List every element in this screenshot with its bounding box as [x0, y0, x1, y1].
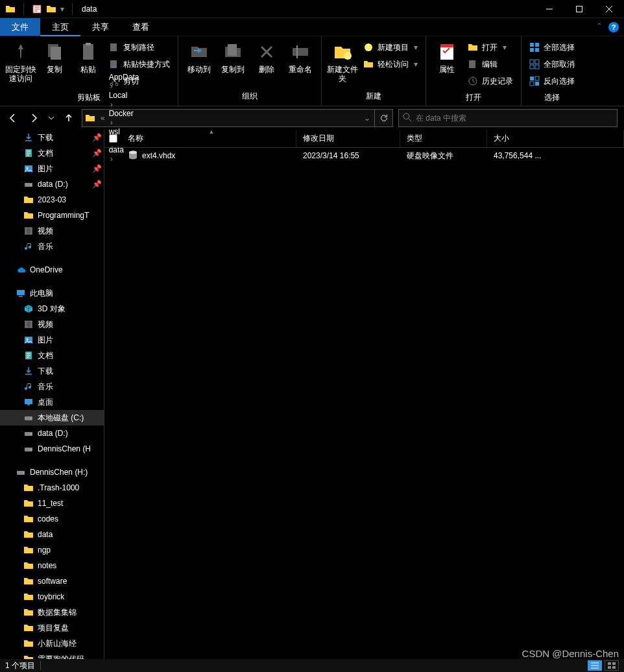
select-none-button[interactable]: 全部取消 [529, 57, 575, 71]
sidebar-item[interactable]: notes [0, 558, 104, 573]
refresh-button[interactable] [374, 110, 392, 126]
sidebar-item[interactable]: 图片 [0, 332, 104, 348]
properties-button[interactable]: 属性 [430, 38, 464, 74]
navigation-pane[interactable]: 下载📌文档📌图片📌data (D:)📌2023-03ProgrammingT视频… [0, 130, 104, 659]
svg-rect-19 [535, 43, 539, 47]
sidebar-item[interactable]: 本地磁盘 (C:) [0, 410, 104, 426]
tab-file[interactable]: 文件 [0, 18, 40, 36]
invert-selection-button[interactable]: 反向选择 [529, 74, 575, 88]
open-button[interactable]: 打开▾ [468, 40, 513, 54]
sidebar-item[interactable]: 需要跑的代码 [0, 651, 104, 659]
collapse-ribbon-icon[interactable]: ˆ [598, 23, 601, 32]
copy-button[interactable]: 复制 [38, 38, 71, 74]
sidebar-item[interactable]: 文档📌 [0, 145, 104, 161]
column-date[interactable]: 修改日期 [296, 130, 400, 147]
qat-dropdown-icon[interactable]: ▾ [60, 5, 64, 14]
chevron-right-icon[interactable]: › [108, 100, 115, 109]
column-name[interactable]: 名称▲ [121, 130, 296, 147]
paste-shortcut-button[interactable]: 粘贴快捷方式 [109, 57, 170, 71]
chevron-left-icon[interactable]: « [98, 114, 108, 123]
folder-icon[interactable] [5, 4, 16, 14]
back-button[interactable] [5, 110, 21, 126]
paste-button[interactable]: 粘贴 [71, 38, 105, 74]
file-size: 43,756,544 ... [487, 151, 624, 160]
sidebar-item[interactable]: data (D:) [0, 426, 104, 441]
sidebar-item[interactable]: DennisChen (H:) [0, 464, 104, 480]
history-button[interactable]: 历史记录 [468, 74, 513, 88]
search-box[interactable] [398, 109, 618, 127]
new-item-button[interactable]: 新建项目▾ [363, 40, 418, 54]
icons-view-button[interactable] [605, 660, 619, 671]
pin-to-quick-access-button[interactable]: 固定到快速访问 [4, 38, 38, 83]
folder-icon [23, 545, 34, 555]
breadcrumb[interactable]: Local [108, 91, 141, 100]
details-view-button[interactable] [588, 660, 602, 671]
sidebar-item[interactable]: DennisChen (H [0, 441, 104, 457]
table-row[interactable]: ext4.vhdx 2023/3/14 16:55 硬盘映像文件 43,756,… [104, 148, 624, 163]
delete-button[interactable]: 删除 [250, 38, 283, 74]
properties-icon[interactable] [32, 4, 42, 14]
sidebar-item[interactable]: 视频 [0, 317, 104, 332]
sidebar-item[interactable]: 此电脑 [0, 285, 104, 301]
chevron-right-icon[interactable]: › [108, 118, 115, 127]
sidebar-item[interactable]: codes [0, 511, 104, 527]
sidebar-item[interactable]: 音乐 [0, 379, 104, 394]
svg-point-48 [30, 433, 32, 435]
sidebar-item[interactable]: 文档 [0, 348, 104, 363]
column-type[interactable]: 类型 [400, 130, 487, 147]
address-dropdown-icon[interactable]: ⌄ [360, 114, 374, 123]
close-button[interactable] [594, 0, 624, 18]
group-organize-label: 组织 [182, 90, 317, 104]
copy-path-button[interactable]: 复制路径 [109, 40, 170, 54]
maximize-button[interactable] [564, 0, 594, 18]
search-input[interactable] [416, 114, 613, 123]
sidebar-item[interactable]: 3D 对象 [0, 301, 104, 317]
edit-button[interactable]: 编辑 [468, 57, 513, 71]
select-all-checkbox[interactable] [104, 134, 121, 143]
sidebar-item[interactable]: .Trash-1000 [0, 480, 104, 496]
forward-button[interactable] [26, 110, 42, 126]
breadcrumb[interactable]: AppData [108, 73, 141, 82]
sidebar-item[interactable]: 下载 [0, 363, 104, 379]
tab-home[interactable]: 主页 [40, 18, 80, 36]
desktop-icon [23, 397, 34, 407]
sidebar-item[interactable]: ProgrammingT [0, 208, 104, 223]
minimize-button[interactable] [534, 0, 564, 18]
chevron-right-icon[interactable]: › [108, 82, 115, 91]
sidebar-item[interactable]: 小新山海经 [0, 636, 104, 651]
new-folder-icon[interactable] [46, 4, 56, 14]
sidebar-item[interactable]: 音乐 [0, 239, 104, 254]
column-size[interactable]: 大小 [487, 130, 624, 147]
tab-share[interactable]: 共享 [80, 18, 121, 36]
help-icon[interactable]: ? [608, 22, 619, 32]
rename-button[interactable]: 重命名 [283, 38, 317, 74]
address-bar[interactable]: « AppData›Local›Docker›wsl›data› ⌄ [82, 109, 393, 127]
sidebar-item[interactable]: ngp [0, 542, 104, 558]
move-to-button[interactable]: 移动到 [182, 38, 216, 74]
sidebar-item[interactable]: OneDrive [0, 262, 104, 278]
sidebar-item[interactable]: data [0, 527, 104, 542]
pc-icon [16, 288, 26, 298]
sidebar-item-label: 数据集集锦 [38, 607, 77, 618]
recent-locations-icon[interactable] [47, 110, 56, 126]
sidebar-item[interactable]: 视频 [0, 223, 104, 239]
new-folder-button[interactable]: 新建文件夹 [326, 38, 359, 83]
sidebar-item[interactable]: data (D:)📌 [0, 176, 104, 192]
copy-to-button[interactable]: 复制到 [216, 38, 250, 74]
up-button[interactable] [61, 110, 77, 126]
breadcrumb[interactable]: Docker [108, 109, 141, 118]
sidebar-item[interactable]: 数据集集锦 [0, 605, 104, 620]
sidebar-item[interactable]: 下载📌 [0, 130, 104, 145]
select-all-button[interactable]: 全部选择 [529, 40, 575, 54]
sidebar-item[interactable]: software [0, 573, 104, 589]
sidebar-item[interactable]: 2023-03 [0, 192, 104, 208]
sidebar-item[interactable]: 11_test [0, 496, 104, 511]
sidebar-item[interactable]: 图片📌 [0, 161, 104, 176]
svg-rect-27 [535, 77, 539, 80]
sidebar-item[interactable]: 项目复盘 [0, 620, 104, 636]
sidebar-item[interactable]: toybrick [0, 589, 104, 605]
easy-access-button[interactable]: 轻松访问▾ [363, 57, 418, 71]
sidebar-item[interactable]: 桌面 [0, 394, 104, 410]
tab-view[interactable]: 查看 [121, 18, 161, 36]
sidebar-item-label: 文档 [38, 350, 53, 361]
